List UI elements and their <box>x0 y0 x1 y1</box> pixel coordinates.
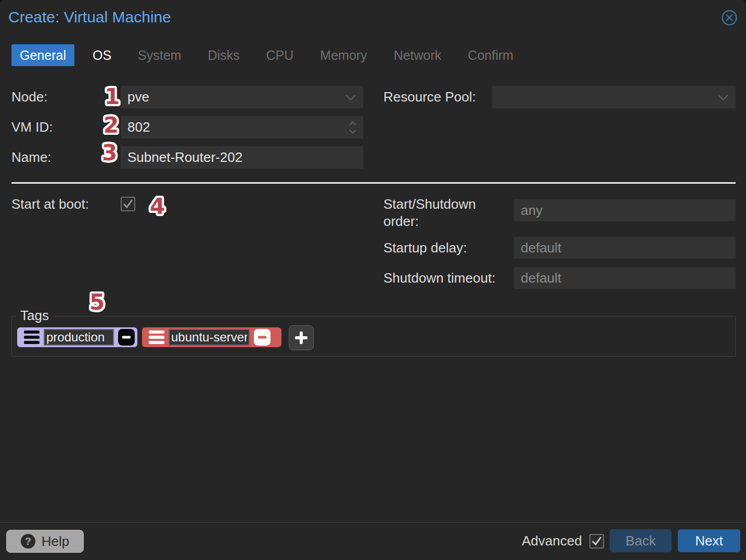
tab-cpu: CPU <box>258 44 302 66</box>
close-button[interactable] <box>719 8 739 28</box>
vmid-field[interactable]: 802 <box>121 116 363 138</box>
tag-production-input[interactable] <box>44 329 114 346</box>
tab-disks: Disks <box>199 44 248 66</box>
tags-legend: Tags <box>16 308 54 324</box>
start-at-boot-label: Start at boot: <box>11 193 89 215</box>
resource-pool-label: Resource Pool: <box>383 86 476 108</box>
annotation-4: 4 <box>150 196 165 218</box>
tab-bar: General OS System Disks CPU Memory Netwo… <box>11 44 532 66</box>
chevron-down-icon <box>344 93 357 101</box>
footer-separator <box>0 522 746 523</box>
vmid-spinner[interactable] <box>349 121 357 134</box>
annotation-2: 2 <box>104 114 119 136</box>
remove-tag-production-button[interactable] <box>118 329 135 346</box>
chevron-up-icon <box>349 121 357 126</box>
node-select-value: pve <box>127 86 149 108</box>
vmid-label: VM ID: <box>11 116 53 138</box>
vmid-value: 802 <box>127 116 150 138</box>
annotation-3: 3 <box>102 142 117 164</box>
startup-order-label: Start/Shutdown order: <box>383 196 480 230</box>
drag-handle-icon[interactable] <box>24 330 40 344</box>
name-value: Subnet-Router-202 <box>127 146 242 169</box>
minus-icon <box>122 336 131 339</box>
tab-system: System <box>130 44 189 66</box>
annotation-1: 1 <box>105 86 120 108</box>
startup-order-input[interactable] <box>514 199 736 221</box>
tab-network: Network <box>385 44 450 66</box>
shutdown-timeout-label: Shutdown timeout: <box>383 267 495 289</box>
shutdown-timeout-input[interactable] <box>514 267 736 289</box>
startup-delay-label: Startup delay: <box>383 237 467 259</box>
tab-confirm: Confirm <box>459 44 522 66</box>
name-label: Name: <box>11 146 52 169</box>
help-button-label: Help <box>42 533 69 550</box>
checkmark-icon <box>591 536 602 547</box>
node-select[interactable]: pve <box>121 86 363 108</box>
tab-general[interactable]: General <box>11 44 74 66</box>
next-button[interactable]: Next <box>678 529 740 552</box>
drag-handle-icon[interactable] <box>149 330 164 344</box>
add-tag-button[interactable] <box>289 325 314 350</box>
annotation-5: 5 <box>89 291 105 313</box>
tab-os[interactable]: OS <box>84 44 120 66</box>
startup-delay-input[interactable] <box>514 237 736 259</box>
chevron-down-icon <box>349 129 357 134</box>
tab-memory: Memory <box>312 44 375 66</box>
remove-tag-ubuntu-server-button[interactable] <box>254 329 271 346</box>
dialog-title: Create: Virtual Machine <box>8 8 171 26</box>
resource-pool-select[interactable] <box>492 86 736 108</box>
minus-icon <box>258 336 266 339</box>
tag-production <box>17 327 137 347</box>
checkmark-icon <box>122 198 134 210</box>
start-at-boot-checkbox[interactable] <box>121 197 135 211</box>
section-divider <box>11 182 736 184</box>
tag-ubuntu-server-input[interactable] <box>169 329 250 346</box>
chevron-down-icon <box>717 93 729 101</box>
advanced-checkbox[interactable] <box>589 534 604 549</box>
create-vm-dialog: Create: Virtual Machine General OS Syste… <box>0 0 746 560</box>
node-label: Node: <box>11 86 47 108</box>
tag-ubuntu-server <box>142 327 281 347</box>
help-button[interactable]: ? Help <box>6 530 84 553</box>
help-icon: ? <box>21 534 35 549</box>
advanced-label: Advanced <box>522 529 582 552</box>
close-icon <box>719 8 739 28</box>
back-button[interactable]: Back <box>610 529 672 552</box>
name-field[interactable]: Subnet-Router-202 <box>121 146 363 169</box>
